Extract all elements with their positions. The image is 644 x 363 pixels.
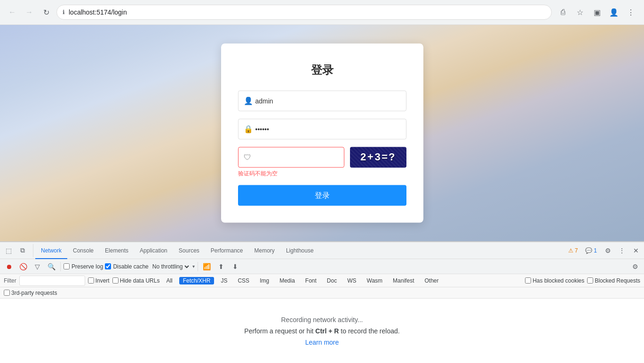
lock-icon: ℹ (63, 9, 65, 16)
cursor-icon-button[interactable]: ⬚ (2, 244, 15, 257)
reload-button[interactable]: ↻ (40, 6, 53, 19)
invert-checkbox[interactable] (88, 277, 94, 284)
tab-icon: ▣ (594, 8, 601, 17)
hide-data-urls-text: Hide data URLs (120, 277, 160, 284)
invert-label[interactable]: Invert (88, 277, 110, 284)
chip-manifest[interactable]: Manifest (389, 277, 418, 284)
username-input[interactable] (238, 91, 406, 111)
search-button[interactable]: 🔍 (45, 260, 57, 273)
record-button[interactable]: ⏺ (3, 260, 15, 273)
password-group: 🔒 (238, 119, 406, 140)
blocked-requests-text: Blocked Requests (595, 277, 640, 284)
device-icon-button[interactable]: ⧉ (16, 244, 29, 257)
tab-lighthouse[interactable]: Lighthouse (280, 242, 319, 259)
chip-css[interactable]: CSS (234, 277, 253, 284)
disable-cache-checkbox[interactable] (105, 263, 111, 269)
third-party-checkbox[interactable] (4, 290, 10, 296)
preserve-log-label[interactable]: Preserve log (64, 263, 103, 270)
settings-button[interactable]: ⚙ (602, 245, 614, 257)
devtools-right-icons: ⚠ 7 💬 1 ⚙ ⋮ ✕ (565, 245, 642, 257)
tab-application[interactable]: Application (134, 242, 173, 259)
invert-text: Invert (95, 277, 110, 284)
devtools-toolbar: ⏺ 🚫 ▽ 🔍 Preserve log Disable cache No th… (0, 259, 644, 274)
perform-text: Perform a request or hit Ctrl + R to rec… (244, 327, 399, 335)
more-options-button[interactable]: ⋮ (616, 245, 628, 257)
captcha-image[interactable]: 2+3=? (350, 147, 406, 168)
info-badge-button[interactable]: 💬 1 (582, 246, 600, 255)
third-party-row: 3rd-party requests (0, 287, 644, 299)
warn-icon: ⚠ (568, 247, 573, 254)
forward-icon: → (25, 8, 33, 16)
address-bar[interactable]: ℹ localhost:5174/login (56, 5, 552, 20)
tab-performance[interactable]: Performance (205, 242, 249, 259)
tab-elements[interactable]: Elements (99, 242, 134, 259)
perform-after: to record the reload. (341, 327, 399, 335)
filter-bar: Filter Invert Hide data URLs All Fetch/X… (0, 274, 644, 287)
hide-data-urls-label[interactable]: Hide data URLs (112, 277, 160, 284)
tab-sources[interactable]: Sources (173, 242, 205, 259)
disable-cache-label[interactable]: Disable cache (105, 263, 148, 270)
blocked-cookies-label[interactable]: Has blocked cookies (525, 277, 584, 284)
profile-button[interactable]: 👤 (606, 5, 621, 20)
upload-icon-button[interactable]: ⬆ (215, 260, 227, 273)
download-icon: ⬇ (232, 263, 238, 270)
captcha-text: 2+3=? (360, 151, 396, 163)
back-button[interactable]: ← (6, 6, 19, 19)
throttle-select[interactable]: No throttling Slow 3G Fast 3G Offline (151, 261, 191, 272)
chip-js[interactable]: JS (217, 277, 231, 284)
captcha-input-wrap: 🛡 (238, 147, 344, 168)
chip-font[interactable]: Font (302, 277, 320, 284)
login-button[interactable]: 登录 (238, 185, 406, 206)
forward-button[interactable]: → (23, 6, 36, 19)
filter-button[interactable]: ▽ (31, 260, 43, 273)
captcha-row: 🛡 2+3=? (238, 147, 406, 168)
share-button[interactable]: ⎙ (556, 5, 571, 20)
blocked-requests-label[interactable]: Blocked Requests (587, 277, 640, 284)
network-content-area: Recording network activity... Perform a … (0, 299, 644, 363)
blocked-requests-checkbox[interactable] (587, 277, 593, 284)
url-text: localhost:5174/login (69, 8, 127, 16)
toolbar-icons: ⎙ ☆ ▣ 👤 ⋮ (556, 5, 638, 20)
lock-icon: 🔒 (244, 125, 253, 134)
tab-console[interactable]: Console (67, 242, 99, 259)
page-viewport: 登录 👤 🔒 🛡 2+3=? 验证码不能为空 登录 (0, 25, 644, 241)
reload-icon: ↻ (43, 8, 49, 17)
captcha-error-message: 验证码不能为空 (238, 170, 406, 178)
chip-doc[interactable]: Doc (323, 277, 341, 284)
tab-button[interactable]: ▣ (589, 5, 604, 20)
download-icon-button[interactable]: ⬇ (229, 260, 241, 273)
network-settings-button[interactable]: ⚙ (629, 260, 641, 273)
chip-fetch-xhr[interactable]: Fetch/XHR (179, 277, 215, 284)
chip-img[interactable]: Img (256, 277, 273, 284)
chip-ws[interactable]: WS (343, 277, 360, 284)
devtools-panel: ⬚ ⧉ Network Console Elements Application… (0, 241, 644, 363)
browser-toolbar: ← → ↻ ℹ localhost:5174/login ⎙ ☆ ▣ 👤 (0, 0, 644, 24)
disable-cache-text: Disable cache (113, 263, 148, 270)
close-devtools-button[interactable]: ✕ (630, 245, 642, 257)
info-icon: 💬 (585, 247, 592, 254)
chip-all[interactable]: All (162, 277, 176, 284)
clear-button[interactable]: 🚫 (17, 260, 29, 273)
wifi-icon-button[interactable]: 📶 (201, 260, 213, 273)
captcha-input[interactable] (238, 147, 344, 168)
chip-wasm[interactable]: Wasm (363, 277, 387, 284)
blocked-cookies-checkbox[interactable] (525, 277, 531, 284)
perform-before: Perform a request or hit (244, 327, 313, 335)
tab-network[interactable]: Network (35, 242, 67, 259)
upload-icon: ⬆ (218, 263, 224, 270)
learn-more-link[interactable]: Learn more (305, 339, 339, 346)
filter-label: Filter (4, 277, 16, 284)
third-party-label[interactable]: 3rd-party requests (4, 290, 57, 296)
chip-media[interactable]: Media (276, 277, 299, 284)
hide-data-urls-checkbox[interactable] (112, 277, 119, 284)
user-icon: 👤 (244, 96, 253, 105)
warning-badge-button[interactable]: ⚠ 7 (565, 246, 581, 255)
chip-other[interactable]: Other (421, 277, 442, 284)
menu-button[interactable]: ⋮ (623, 5, 638, 20)
password-input[interactable] (238, 119, 406, 140)
bookmark-button[interactable]: ☆ (572, 5, 588, 20)
preserve-log-checkbox[interactable] (64, 263, 70, 269)
filter-input[interactable] (19, 276, 85, 286)
shield-icon: 🛡 (244, 153, 251, 162)
tab-memory[interactable]: Memory (249, 242, 280, 259)
